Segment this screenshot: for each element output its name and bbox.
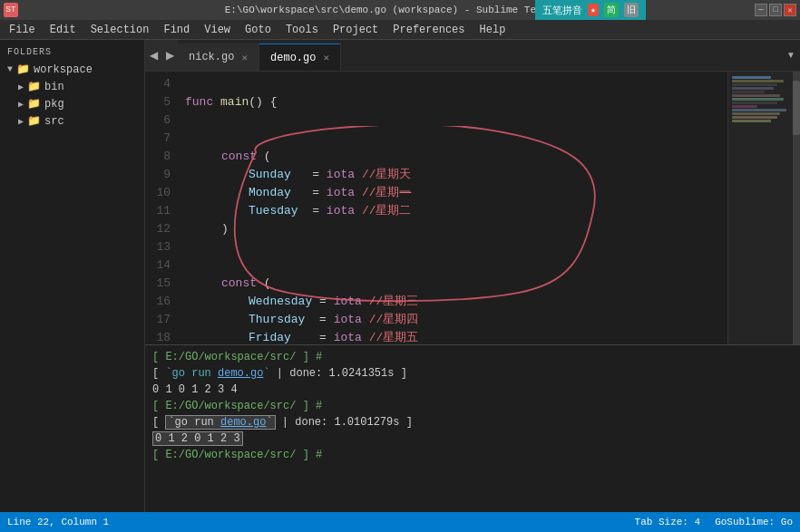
tab-prev-button[interactable]: ◀ xyxy=(145,40,161,71)
menu-selection[interactable]: Selection xyxy=(83,22,157,38)
folder-icon: 📁 xyxy=(16,63,30,76)
code-line xyxy=(178,75,727,93)
terminal-line: [ `go run demo.go` | done: 1.0241351s ] xyxy=(152,365,793,382)
tab-close-nick[interactable]: ✕ xyxy=(241,52,248,63)
terminal-line: 0 1 2 0 1 2 3 xyxy=(152,430,793,447)
code-line: Thursday = iota //星期四 xyxy=(178,311,727,329)
sidebar-item-workspace[interactable]: ▼ 📁 workspace xyxy=(0,61,144,78)
folder-icon: 📁 xyxy=(27,97,41,111)
app-icon: ST xyxy=(4,3,18,17)
menu-file[interactable]: File xyxy=(2,22,43,38)
minimap-thumb[interactable] xyxy=(793,81,800,135)
editor-area: ◀ ▶ nick.go ✕ demo.go ✕ ▼ 4 5 6 7 xyxy=(145,40,800,512)
minimap xyxy=(727,72,800,344)
plugin-info: GoSublime: Go xyxy=(715,517,793,527)
tab-demo-go[interactable]: demo.go ✕ xyxy=(259,44,341,71)
maximize-button[interactable]: □ xyxy=(769,4,782,16)
sidebar-item-bin[interactable]: ▶ 📁 bin xyxy=(0,78,144,95)
cursor-position: Line 22, Column 1 xyxy=(7,517,109,527)
minimize-button[interactable]: ─ xyxy=(755,4,767,16)
line-numbers: 4 5 6 7 8 9 10 11 12 13 14 15 16 17 18 1… xyxy=(145,72,178,344)
terminal-line: [ E:/GO/workspace/src/ ] # xyxy=(152,398,793,414)
terminal[interactable]: [ E:/GO/workspace/src/ ] # [ `go run dem… xyxy=(145,344,800,512)
tab-nick-go[interactable]: nick.go ✕ xyxy=(178,44,259,71)
menu-tools[interactable]: Tools xyxy=(278,22,326,38)
tab-size: Tab Size: 4 xyxy=(635,517,701,527)
terminal-line: [ E:/GO/workspace/src/ ] # xyxy=(152,447,793,463)
minimap-content xyxy=(728,72,800,127)
code-line: Sunday = iota //星期天 xyxy=(178,166,727,184)
code-area: 4 5 6 7 8 9 10 11 12 13 14 15 16 17 18 1… xyxy=(145,72,800,344)
window-controls: ─ □ ✕ xyxy=(755,4,796,16)
tab-bar: ◀ ▶ nick.go ✕ demo.go ✕ ▼ xyxy=(145,40,800,72)
minimap-scrollbar[interactable] xyxy=(793,72,800,344)
code-line: Friday = iota //星期五 xyxy=(178,329,727,344)
code-line: Tuesday = iota //星期二 xyxy=(178,202,727,220)
code-line: func main() { xyxy=(178,93,727,111)
folders-label: FOLDERS xyxy=(0,44,144,61)
arrow-right-icon: ▶ xyxy=(18,82,24,92)
code-line: Monday = iota //星期一 xyxy=(178,184,727,202)
menu-goto[interactable]: Goto xyxy=(238,22,278,38)
terminal-line: 0 1 0 1 2 3 4 xyxy=(152,382,793,398)
menu-preferences[interactable]: Preferences xyxy=(385,22,472,38)
code-line xyxy=(178,256,727,275)
folder-icon: 📁 xyxy=(27,114,41,128)
code-line: const ( xyxy=(178,275,727,293)
code-content[interactable]: func main() { const ( Sunday = iota //星期… xyxy=(178,72,727,344)
code-line xyxy=(178,111,727,130)
pinyin-toolbar: 五笔拼音 ★ 简 旧 xyxy=(535,0,646,20)
folder-icon: 📁 xyxy=(27,80,41,93)
menu-view[interactable]: View xyxy=(197,22,238,38)
tab-dropdown-button[interactable]: ▼ xyxy=(782,40,800,71)
menu-project[interactable]: Project xyxy=(326,22,385,38)
code-line: const ( xyxy=(178,148,727,166)
sidebar: FOLDERS ▼ 📁 workspace ▶ 📁 bin ▶ 📁 pkg ▶ … xyxy=(0,40,145,512)
arrow-down-icon: ▼ xyxy=(7,64,13,74)
code-line xyxy=(178,238,727,256)
terminal-line: [ E:/GO/workspace/src/ ] # xyxy=(152,349,793,365)
code-line: Wednesday = iota //星期三 xyxy=(178,293,727,311)
code-line xyxy=(178,130,727,148)
menu-edit[interactable]: Edit xyxy=(43,22,83,38)
tab-close-demo[interactable]: ✕ xyxy=(323,52,329,63)
status-bar: Line 22, Column 1 Tab Size: 4 GoSublime:… xyxy=(0,512,800,532)
main-area: FOLDERS ▼ 📁 workspace ▶ 📁 bin ▶ 📁 pkg ▶ … xyxy=(0,40,800,512)
sidebar-item-src[interactable]: ▶ 📁 src xyxy=(0,112,144,130)
menu-bar: File Edit Selection Find View Goto Tools… xyxy=(0,20,800,40)
tab-next-button[interactable]: ▶ xyxy=(161,40,178,71)
menu-find[interactable]: Find xyxy=(156,22,197,38)
code-line: ) xyxy=(178,220,727,238)
sidebar-item-pkg[interactable]: ▶ 📁 pkg xyxy=(0,95,144,112)
close-button[interactable]: ✕ xyxy=(784,4,796,16)
menu-help[interactable]: Help xyxy=(473,22,513,38)
terminal-line: [ `go run demo.go` | done: 1.0101279s ] xyxy=(152,414,793,430)
title-bar: ST E:\GO\workspace\src\demo.go (workspac… xyxy=(0,0,800,20)
status-right: Tab Size: 4 GoSublime: Go xyxy=(635,517,793,527)
arrow-right-icon: ▶ xyxy=(18,116,24,127)
arrow-right-icon: ▶ xyxy=(18,99,24,110)
